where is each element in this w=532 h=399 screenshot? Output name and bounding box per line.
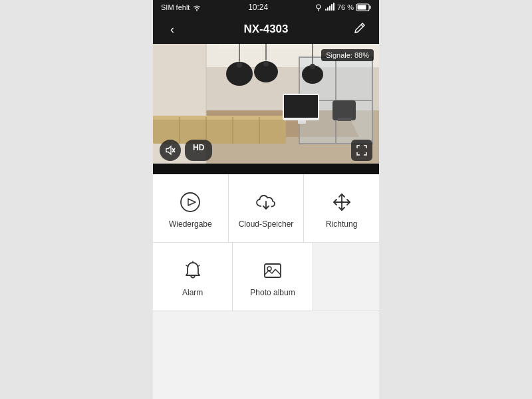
menu-empty-cell xyxy=(313,243,379,311)
wiedergabe-label: Wiedergabe xyxy=(169,219,212,229)
svg-rect-46 xyxy=(265,264,281,277)
svg-rect-33 xyxy=(332,100,356,120)
app-header: ‹ NX-4303 xyxy=(153,15,379,44)
svg-rect-3 xyxy=(357,5,366,10)
svg-point-20 xyxy=(263,61,269,66)
alarm-icon xyxy=(181,259,205,283)
camera-controls: HD xyxy=(153,140,379,161)
menu-item-alarm[interactable]: Alarm xyxy=(153,243,233,311)
hd-button[interactable]: HD xyxy=(185,140,212,161)
page-title: NX-4303 xyxy=(243,23,288,36)
menu-item-richtung[interactable]: Richtung xyxy=(304,174,379,242)
svg-point-17 xyxy=(237,63,242,68)
signal-badge: Signale: 88% xyxy=(321,49,374,61)
cloud-icon xyxy=(254,190,278,214)
mute-button[interactable] xyxy=(160,140,181,161)
signal-icon xyxy=(325,3,334,11)
menu-row-2: Alarm Photo album xyxy=(153,243,379,311)
edit-button[interactable] xyxy=(350,22,370,37)
cloud-label: Cloud-Speicher xyxy=(239,219,294,229)
svg-marker-38 xyxy=(188,199,196,205)
svg-point-37 xyxy=(181,193,200,211)
mute-icon xyxy=(165,145,176,156)
svg-rect-32 xyxy=(298,120,306,124)
phone-frame: SIM fehlt 10:24 76 % xyxy=(153,0,379,399)
svg-point-42 xyxy=(340,201,343,203)
richtung-icon xyxy=(330,190,354,214)
camera-feed: Signale: 88% HD xyxy=(153,44,379,174)
svg-rect-31 xyxy=(284,95,318,118)
time-display: 10:24 xyxy=(248,3,268,12)
sim-status: SIM fehlt xyxy=(161,3,190,11)
alarm-label: Alarm xyxy=(182,288,203,297)
photo-album-icon xyxy=(261,259,285,283)
svg-rect-34 xyxy=(338,118,351,121)
camera-black-bar xyxy=(153,164,379,174)
svg-point-47 xyxy=(267,267,271,271)
battery-level: 76 % xyxy=(337,3,354,11)
menu-item-photo-album[interactable]: Photo album xyxy=(233,243,313,311)
svg-rect-25 xyxy=(153,116,286,120)
battery-icon xyxy=(356,3,371,11)
menu-grid: Wiedergabe Cloud-Speicher xyxy=(153,174,379,311)
fullscreen-button[interactable] xyxy=(351,140,372,161)
menu-item-cloud[interactable]: Cloud-Speicher xyxy=(229,174,305,242)
edit-icon xyxy=(354,22,366,34)
svg-rect-2 xyxy=(369,6,370,9)
wifi-icon xyxy=(192,3,201,11)
fullscreen-icon xyxy=(356,145,367,156)
location-icon xyxy=(315,3,323,11)
menu-item-wiedergabe[interactable]: Wiedergabe xyxy=(153,174,229,242)
menu-row-1: Wiedergabe Cloud-Speicher xyxy=(153,174,379,243)
richtung-label: Richtung xyxy=(326,219,357,229)
back-button[interactable]: ‹ xyxy=(162,23,182,37)
status-bar: SIM fehlt 10:24 76 % xyxy=(153,0,379,15)
wiedergabe-icon xyxy=(178,190,202,214)
photo-album-label: Photo album xyxy=(250,288,295,297)
svg-point-23 xyxy=(310,64,315,69)
svg-point-0 xyxy=(317,5,321,9)
